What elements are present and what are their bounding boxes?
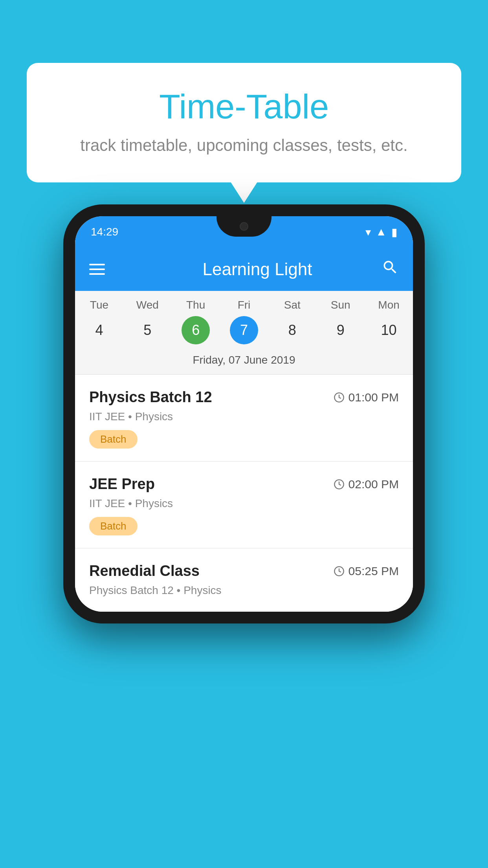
- day-name-sat: Sat: [284, 299, 301, 311]
- schedule-item-2-title: JEE Prep: [89, 476, 155, 493]
- day-number-4[interactable]: 4: [85, 316, 113, 344]
- schedule-item-3[interactable]: Remedial Class 05:25 PM Physics Batch 12…: [75, 548, 413, 612]
- schedule-item-1-header: Physics Batch 12 01:00 PM: [89, 389, 399, 406]
- day-name-tue: Tue: [90, 299, 108, 311]
- hamburger-line-1: [89, 264, 105, 265]
- camera: [240, 222, 248, 231]
- schedule-item-2-time: 02:00 PM: [334, 478, 399, 491]
- battery-icon: ▮: [391, 226, 397, 239]
- search-button[interactable]: [382, 259, 399, 280]
- day-name-fri: Fri: [238, 299, 251, 311]
- bubble-subtitle: track timetable, upcoming classes, tests…: [58, 136, 430, 155]
- day-col-fri[interactable]: Fri7: [220, 299, 268, 344]
- schedule-item-1-subtitle: IIT JEE • Physics: [89, 410, 399, 423]
- clock-icon-2: [334, 479, 345, 490]
- speech-bubble: Time-Table track timetable, upcoming cla…: [27, 63, 461, 182]
- hamburger-line-3: [89, 273, 105, 275]
- day-number-8[interactable]: 8: [278, 316, 306, 344]
- batch-badge-2: Batch: [89, 517, 138, 535]
- day-name-mon: Mon: [378, 299, 399, 311]
- week-days-row: Tue4Wed5Thu6Fri7Sat8Sun9Mon10: [75, 291, 413, 348]
- bubble-title: Time-Table: [58, 86, 430, 127]
- selected-date-label: Friday, 07 June 2019: [75, 348, 413, 375]
- day-number-6[interactable]: 6: [182, 316, 210, 344]
- day-name-wed: Wed: [136, 299, 159, 311]
- day-col-sat[interactable]: Sat8: [268, 299, 316, 344]
- app-bar: Learning Light: [75, 248, 413, 291]
- clock-icon-3: [334, 566, 345, 577]
- batch-badge-1: Batch: [89, 430, 138, 449]
- phone-outer: 14:29 ▾ ▲ ▮: [63, 204, 425, 623]
- day-number-5[interactable]: 5: [133, 316, 161, 344]
- phone-mockup: 14:29 ▾ ▲ ▮: [63, 204, 425, 623]
- schedule-item-2-subtitle: IIT JEE • Physics: [89, 497, 399, 510]
- hamburger-menu-button[interactable]: [89, 264, 105, 275]
- status-bar: 14:29 ▾ ▲ ▮: [75, 216, 413, 248]
- schedule-item-2-header: JEE Prep 02:00 PM: [89, 476, 399, 493]
- day-col-wed[interactable]: Wed5: [123, 299, 172, 344]
- speech-bubble-section: Time-Table track timetable, upcoming cla…: [27, 63, 461, 182]
- wifi-icon: ▾: [365, 226, 371, 239]
- day-col-sun[interactable]: Sun9: [316, 299, 365, 344]
- day-number-10[interactable]: 10: [375, 316, 403, 344]
- calendar-section: Tue4Wed5Thu6Fri7Sat8Sun9Mon10 Friday, 07…: [75, 291, 413, 375]
- schedule-item-1-title: Physics Batch 12: [89, 389, 212, 406]
- signal-icon: ▲: [376, 226, 387, 238]
- day-col-mon[interactable]: Mon10: [365, 299, 413, 344]
- day-name-sun: Sun: [331, 299, 350, 311]
- phone-screen: 14:29 ▾ ▲ ▮: [75, 216, 413, 612]
- app-title: Learning Light: [117, 259, 397, 279]
- clock-icon-1: [334, 392, 345, 403]
- schedule-item-2[interactable]: JEE Prep 02:00 PM IIT JEE • Physics Batc…: [75, 462, 413, 548]
- schedule-list: Physics Batch 12 01:00 PM IIT JEE • Phys…: [75, 375, 413, 612]
- schedule-item-3-title: Remedial Class: [89, 563, 200, 579]
- day-number-9[interactable]: 9: [327, 316, 355, 344]
- schedule-item-3-time: 05:25 PM: [334, 565, 399, 578]
- day-number-7[interactable]: 7: [230, 316, 258, 344]
- status-time: 14:29: [91, 226, 118, 238]
- status-icons: ▾ ▲ ▮: [365, 226, 397, 239]
- hamburger-line-2: [89, 268, 105, 270]
- day-col-thu[interactable]: Thu6: [172, 299, 220, 344]
- schedule-item-1[interactable]: Physics Batch 12 01:00 PM IIT JEE • Phys…: [75, 375, 413, 462]
- schedule-item-3-header: Remedial Class 05:25 PM: [89, 563, 399, 579]
- day-name-thu: Thu: [186, 299, 205, 311]
- day-col-tue[interactable]: Tue4: [75, 299, 123, 344]
- schedule-item-1-time: 01:00 PM: [334, 391, 399, 404]
- schedule-item-3-subtitle: Physics Batch 12 • Physics: [89, 584, 399, 597]
- notch: [216, 216, 272, 237]
